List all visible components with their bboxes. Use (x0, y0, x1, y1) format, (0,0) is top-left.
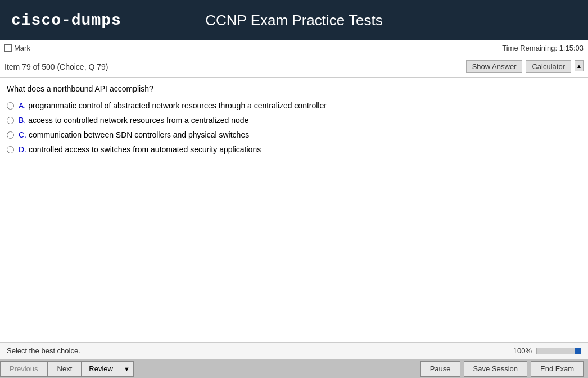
logo: cisco-dumps (11, 12, 121, 29)
progress-pct: 100% (513, 347, 532, 355)
mark-bar: Mark Time Remaining: 1:15:03 (0, 40, 588, 56)
save-session-button[interactable]: Save Session (464, 361, 528, 377)
next-button[interactable]: Next (48, 361, 82, 377)
progress-area: 100% (513, 347, 581, 355)
radio-c[interactable] (7, 131, 14, 139)
radio-a[interactable] (7, 102, 14, 110)
progress-bar-fill (575, 348, 581, 354)
option-b[interactable]: B.access to controlled network resources… (7, 116, 575, 125)
header: cisco-dumps CCNP Exam Practice Tests (0, 0, 588, 40)
option-c-label: C.communication between SDN controllers … (19, 130, 249, 139)
pause-button[interactable]: Pause (420, 361, 460, 377)
option-a[interactable]: A.programmatic control of abstracted net… (7, 101, 575, 110)
option-d-letter: D. (19, 145, 26, 154)
show-answer-button[interactable]: Show Answer (466, 60, 523, 73)
header-title: CCNP Exam Practice Tests (205, 12, 382, 29)
status-bar: Select the best choice. 100% (0, 342, 588, 359)
bottom-nav: Previous Next Review ▼ Pause Save Sessio… (0, 359, 588, 378)
review-label[interactable]: Review (82, 362, 120, 375)
option-c-letter: C. (19, 130, 26, 139)
radio-d[interactable] (7, 146, 14, 153)
option-a-letter: A. (19, 101, 26, 110)
end-exam-button[interactable]: End Exam (531, 361, 584, 377)
mark-text: Mark (14, 44, 30, 52)
calculator-button[interactable]: Calculator (526, 60, 571, 73)
status-text: Select the best choice. (7, 347, 80, 355)
scroll-up-icon[interactable]: ▲ (575, 60, 584, 71)
item-info: Item 79 of 500 (Choice, Q 79) (4, 62, 108, 71)
option-c[interactable]: C.communication between SDN controllers … (7, 130, 575, 139)
option-d[interactable]: D.controlled access to switches from aut… (7, 145, 575, 154)
progress-bar-container (536, 348, 581, 354)
nav-left: Previous Next Review ▼ (0, 361, 134, 377)
review-dropdown-arrow[interactable]: ▼ (120, 363, 133, 375)
radio-b[interactable] (7, 117, 14, 124)
previous-button[interactable]: Previous (0, 361, 48, 377)
option-a-label: A.programmatic control of abstracted net… (19, 101, 327, 110)
option-d-label: D.controlled access to switches from aut… (19, 145, 261, 154)
nav-right: Pause Save Session End Exam (420, 361, 588, 377)
mark-checkbox[interactable] (4, 44, 12, 52)
time-remaining: Time Remaining: 1:15:03 (502, 44, 584, 52)
option-b-letter: B. (19, 116, 26, 125)
question-text: What does a northbound API accomplish? (7, 84, 575, 93)
mark-label-group[interactable]: Mark (4, 44, 30, 52)
item-buttons: Show Answer Calculator ▲ (466, 60, 584, 73)
review-button-group[interactable]: Review ▼ (82, 361, 134, 377)
item-bar: Item 79 of 500 (Choice, Q 79) Show Answe… (0, 56, 588, 78)
main-content: What does a northbound API accomplish? A… (0, 78, 588, 342)
option-b-label: B.access to controlled network resources… (19, 116, 248, 125)
